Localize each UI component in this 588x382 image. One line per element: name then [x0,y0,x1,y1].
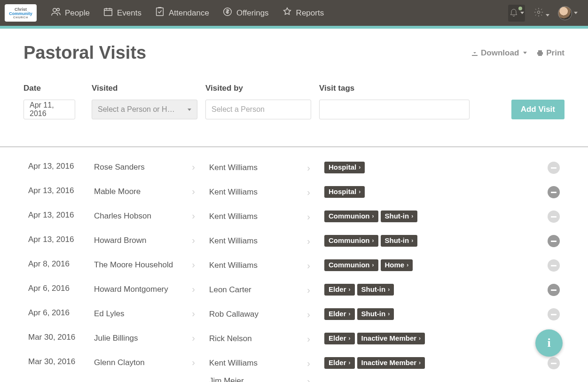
visit-tag[interactable]: Elder› [324,333,355,344]
visit-date: Apr 6, 2016 [28,284,94,293]
top-nav: Christ Community CHURCH PeopleEventsAtte… [0,0,588,26]
chevron-right-icon: › [307,236,310,247]
visited-label: Visited [92,84,205,93]
visit-date: Apr 13, 2016 [28,235,94,244]
visited-name[interactable]: Charles Hobson [94,211,151,221]
delete-visit-button[interactable] [548,259,560,272]
nav-attendance[interactable]: Attendance [155,7,209,19]
chevron-right-icon: › [192,186,195,197]
visited-name[interactable]: Howard Montgomery [94,285,168,294]
visited-name[interactable]: Glenn Clayton [94,358,145,367]
svg-point-0 [53,8,56,12]
visited-name[interactable]: Julie Billings [94,334,138,343]
offerings-icon [222,7,233,19]
nav-label: Attendance [169,8,209,18]
visited-by-name[interactable]: Leon Carter [209,285,251,295]
visited-by-name[interactable]: Kent Williams [209,236,258,246]
visited-by-name[interactable]: Rick Nelson [209,334,252,343]
visit-row: Apr 6, 2016Howard Montgomery›Leon Carter… [24,278,564,302]
avatar [558,6,572,20]
visit-row: Mar 30, 2016Julie Billings›Rick Nelson›E… [24,327,564,351]
visit-date: Apr 8, 2016 [28,259,94,269]
visited-by-input[interactable]: Select a Person [205,100,311,119]
visit-tag[interactable]: Inactive Member› [357,357,425,369]
chevron-right-icon: › [419,335,421,342]
visit-tags-input[interactable] [319,100,470,119]
visit-tag[interactable]: Inactive Member› [357,333,425,344]
notifications-button[interactable] [508,5,525,22]
visit-row: Apr 6, 2016Ed Lyles›Rob Callaway›Elder›S… [24,302,564,327]
chevron-right-icon: › [192,308,195,319]
visit-tag[interactable]: Communion› [324,235,378,247]
nav-people[interactable]: People [51,7,90,19]
delete-visit-button[interactable] [548,186,560,198]
chevron-down-icon [574,12,578,14]
chevron-right-icon: › [407,262,408,268]
chevron-right-icon: › [372,262,374,268]
visited-by-name[interactable]: Kent Williams [209,187,258,197]
delete-visit-button[interactable] [548,210,560,223]
people-icon [51,7,61,19]
visited-by-name[interactable]: Kent Williams [209,212,258,221]
visited-name[interactable]: Howard Brown [94,236,147,245]
delete-visit-button[interactable] [548,162,560,174]
chevron-right-icon: › [349,286,351,293]
chevron-right-icon: › [307,358,310,369]
visit-tag[interactable]: Shut-in› [357,284,394,296]
visited-select[interactable]: Select a Person or Hou… [92,100,197,119]
help-fab[interactable]: i [535,329,563,357]
visit-tag[interactable]: Shut-in› [381,235,418,247]
visit-tag[interactable]: Elder› [324,284,355,296]
chevron-down-icon [188,109,191,111]
chevron-right-icon: › [388,311,390,317]
delete-visit-button[interactable] [548,357,560,369]
visited-by-name[interactable]: Kent Williams [209,261,258,270]
visit-tag[interactable]: Communion› [324,210,378,222]
visit-tag[interactable]: Elder› [324,308,355,320]
visit-tag[interactable]: Elder› [324,357,355,369]
visit-tag[interactable]: Hospital› [324,162,365,173]
visit-row: Apr 13, 2016Howard Brown›Kent Williams›C… [24,229,564,253]
delete-visit-button[interactable] [548,235,560,247]
nav-offerings[interactable]: Offerings [222,7,269,19]
visited-by-name[interactable]: Kent Williams [209,359,258,368]
chevron-right-icon: › [192,259,195,270]
chevron-right-icon: › [307,187,310,198]
visit-date: Apr 13, 2016 [28,210,94,220]
visited-name[interactable]: Rose Sanders [94,163,145,172]
visited-name[interactable]: Mable Moore [94,187,141,196]
visit-tag[interactable]: Hospital› [324,186,365,198]
nav-events[interactable]: Events [103,7,141,19]
visit-tag[interactable]: Communion› [324,259,378,271]
visited-name[interactable]: Ed Lyles [94,309,125,319]
visited-by-name[interactable]: Kent Williams [209,163,258,172]
settings-menu[interactable] [533,7,549,19]
user-menu[interactable] [558,6,578,20]
visited-by-name[interactable]: Rob Callaway [209,310,259,319]
date-input[interactable]: Apr 11, 2016 [24,100,75,119]
delete-visit-button[interactable] [548,284,560,296]
visit-tag[interactable]: Shut-in› [381,210,418,222]
visited-name[interactable]: The Moore Household [94,260,173,270]
download-icon [471,49,478,57]
svg-rect-3 [157,8,164,16]
chevron-down-icon [546,14,549,16]
brand-logo[interactable]: Christ Community CHURCH [5,4,37,22]
visit-date: Mar 30, 2016 [28,357,94,366]
nav-label: Events [117,8,141,18]
add-visit-button[interactable]: Add Visit [511,100,564,119]
chevron-right-icon: › [411,213,413,219]
visit-row: Apr 8, 2016The Moore Household›Kent Will… [24,253,564,278]
print-button[interactable]: Print [536,48,564,58]
chevron-right-icon: › [372,213,374,219]
nav-reports[interactable]: Reports [282,7,324,19]
visit-tag[interactable]: Shut-in› [357,308,394,320]
visit-tag[interactable]: Home› [381,259,413,271]
visit-row: Apr 13, 2016Mable Moore›Kent Williams›Ho… [24,180,564,204]
svg-point-1 [57,8,60,11]
delete-visit-button[interactable] [548,308,560,320]
chevron-down-icon [523,52,527,54]
visit-date: Apr 13, 2016 [28,186,94,195]
download-button[interactable]: Download [471,48,527,58]
visited-by-name[interactable]: Jim Meier [209,376,244,382]
